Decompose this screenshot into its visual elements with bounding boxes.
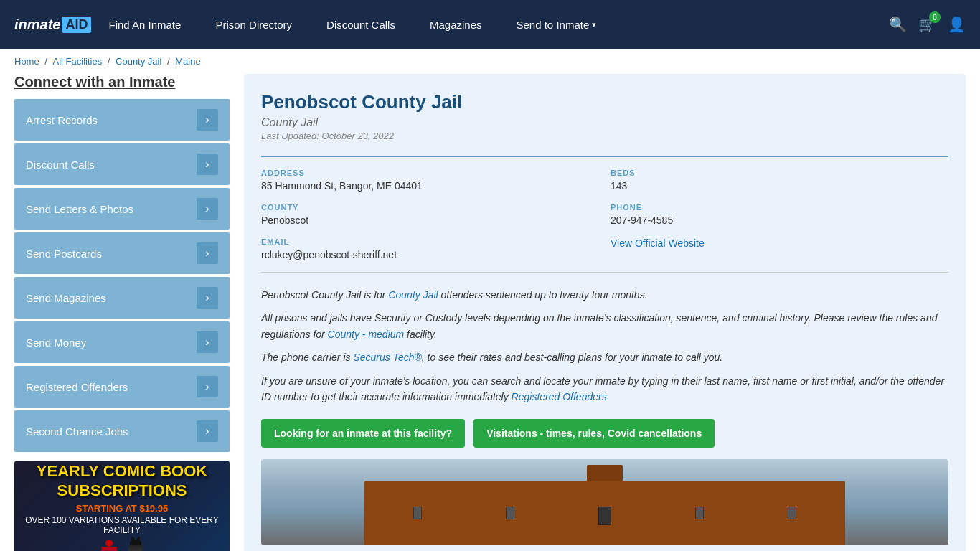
breadcrumb-home[interactable]: Home <box>14 56 39 67</box>
info-official-website: View Official Website <box>611 237 948 260</box>
desc-paragraph-4: If you are unsure of your inmate's locat… <box>261 373 948 405</box>
sidebar-item-send-letters-photos[interactable]: Send Letters & Photos › <box>14 188 230 230</box>
nav-discount-calls[interactable]: Discount Calls <box>309 0 413 49</box>
facility-description: Penobscot County Jail is for County Jail… <box>261 287 948 405</box>
address-value: 85 Hammond St, Bangor, ME 04401 <box>261 180 599 192</box>
sidebar-item-send-money[interactable]: Send Money › <box>14 321 230 363</box>
sidebar: Connect with an Inmate Arrest Records › … <box>14 74 230 551</box>
address-label: ADDRESS <box>261 169 599 177</box>
sidebar-item-arrest-records[interactable]: Arrest Records › <box>14 99 230 141</box>
info-county: COUNTY Penobscot <box>261 203 599 226</box>
county-label: COUNTY <box>261 203 599 212</box>
facility-last-updated: Last Updated: October 23, 2022 <box>261 131 948 141</box>
ad-characters <box>98 540 146 551</box>
chevron-right-icon: › <box>197 154 218 175</box>
registered-offenders-link[interactable]: Registered Offenders <box>512 391 607 402</box>
chevron-right-icon: › <box>197 198 218 220</box>
breadcrumb-county-jail[interactable]: County Jail <box>116 56 161 67</box>
logo-aid-text: AID <box>62 17 91 33</box>
find-inmate-button[interactable]: Looking for an inmate at this facility? <box>261 419 465 448</box>
chevron-right-icon: › <box>197 109 218 131</box>
county-medium-link[interactable]: County - medium <box>328 329 405 340</box>
visitations-button[interactable]: Visitations - times, rules, Covid cancel… <box>473 419 715 448</box>
info-phone: PHONE 207-947-4585 <box>611 203 948 226</box>
sidebar-item-send-magazines[interactable]: Send Magazines › <box>14 277 230 319</box>
user-icon[interactable]: 👤 <box>948 16 966 33</box>
chevron-down-icon: ▾ <box>592 20 596 29</box>
search-icon[interactable]: 🔍 <box>889 16 907 33</box>
securus-tech-link[interactable]: Securus Tech® <box>353 352 421 363</box>
site-header: inmate AID Find An Inmate Prison Directo… <box>0 0 980 49</box>
facility-info-grid: ADDRESS 85 Hammond St, Bangor, ME 04401 … <box>261 156 948 273</box>
info-beds: BEDS 143 <box>611 169 948 192</box>
info-address: ADDRESS 85 Hammond St, Bangor, ME 04401 <box>261 169 599 192</box>
breadcrumb-state[interactable]: Maine <box>175 56 200 67</box>
nav-magazines[interactable]: Magazines <box>413 0 499 49</box>
desc-paragraph-2: All prisons and jails have Security or C… <box>261 310 948 342</box>
nav-find-inmate[interactable]: Find An Inmate <box>91 0 198 49</box>
chevron-right-icon: › <box>197 242 218 264</box>
sidebar-item-registered-offenders[interactable]: Registered Offenders › <box>14 366 230 408</box>
county-value: Penobscot <box>261 215 599 226</box>
county-jail-link[interactable]: County Jail <box>388 289 438 301</box>
desc-paragraph-3: The phone carrier is Securus Tech®, to s… <box>261 349 948 365</box>
phone-label: PHONE <box>611 203 948 212</box>
email-value: rclukey@penobscot-sheriff.net <box>261 249 599 260</box>
chevron-right-icon: › <box>197 420 218 442</box>
facility-name: Penobscot County Jail <box>261 91 948 113</box>
ad-banner-subtitle: STARTING AT $19.95 <box>76 503 168 514</box>
beds-label: BEDS <box>611 169 948 177</box>
info-email: EMAIL rclukey@penobscot-sheriff.net <box>261 237 599 260</box>
main-nav: Find An Inmate Prison Directory Discount… <box>91 0 889 49</box>
chevron-right-icon: › <box>197 331 218 353</box>
breadcrumb: Home / All Facilities / County Jail / Ma… <box>0 49 980 74</box>
header-icons: 🔍 🛒 0 👤 <box>889 16 966 33</box>
sidebar-item-second-chance-jobs[interactable]: Second Chance Jobs › <box>14 410 230 452</box>
official-website-link[interactable]: View Official Website <box>611 237 705 249</box>
chevron-right-icon: › <box>197 287 218 309</box>
logo[interactable]: inmate AID <box>14 17 91 33</box>
sidebar-item-discount-calls[interactable]: Discount Calls › <box>14 143 230 185</box>
breadcrumb-all-facilities[interactable]: All Facilities <box>53 56 103 67</box>
logo-inmate-text: inmate <box>14 17 60 33</box>
facility-building-image <box>261 459 948 545</box>
action-buttons: Looking for an inmate at this facility? … <box>261 419 948 448</box>
desc-paragraph-1: Penobscot County Jail is for County Jail… <box>261 287 948 303</box>
main-content: Connect with an Inmate Arrest Records › … <box>0 74 980 551</box>
sidebar-menu: Arrest Records › Discount Calls › Send L… <box>14 99 230 452</box>
ad-banner[interactable]: YEARLY COMIC BOOKSUBSCRIPTIONS STARTING … <box>14 461 230 551</box>
phone-value: 207-947-4585 <box>611 215 948 226</box>
nav-prison-directory[interactable]: Prison Directory <box>198 0 309 49</box>
facility-card: Penobscot County Jail County Jail Last U… <box>244 74 966 551</box>
sidebar-title: Connect with an Inmate <box>14 74 230 90</box>
facility-type: County Jail <box>261 116 948 129</box>
email-label: EMAIL <box>261 237 599 246</box>
sidebar-item-send-postcards[interactable]: Send Postcards › <box>14 232 230 274</box>
chevron-right-icon: › <box>197 376 218 397</box>
ad-banner-title: YEARLY COMIC BOOKSUBSCRIPTIONS <box>37 462 207 500</box>
nav-send-to-inmate[interactable]: Send to Inmate ▾ <box>499 0 614 49</box>
cart-icon[interactable]: 🛒 0 <box>918 16 936 33</box>
beds-value: 143 <box>611 180 948 192</box>
cart-badge: 0 <box>929 11 941 23</box>
ad-banner-subtext: OVER 100 VARIATIONS AVAILABLE FOR EVERY … <box>23 515 221 535</box>
